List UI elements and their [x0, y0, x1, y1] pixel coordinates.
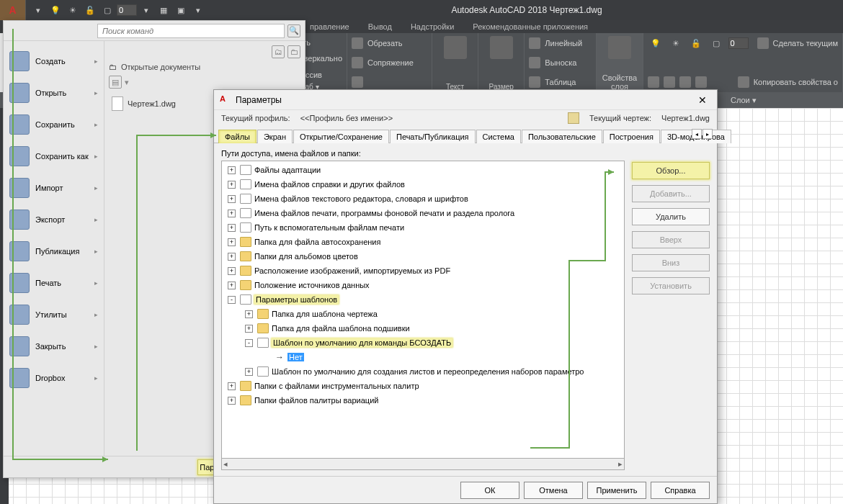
dialog-tab[interactable]: Построения	[603, 130, 660, 143]
tree-node[interactable]: +Папка для шаблона чертежа	[222, 307, 624, 321]
qat-overflow-icon[interactable]: ▾	[190, 2, 206, 18]
expander-icon[interactable]: +	[228, 210, 236, 217]
appmenu-item-8[interactable]: Утилиты▸	[5, 299, 102, 330]
appmenu-item-10[interactable]: Dropbox▸	[5, 362, 102, 394]
appmenu-item-1[interactable]: Открыть▸	[5, 77, 102, 109]
table-icon[interactable]	[529, 76, 540, 88]
close-icon[interactable]: ✕	[694, 91, 711, 109]
lock-icon[interactable]: 🔓	[82, 2, 98, 18]
linear-icon[interactable]	[529, 37, 540, 49]
ribbon-tab[interactable]: правление	[310, 22, 349, 31]
expander-icon[interactable]: -	[228, 296, 236, 304]
lock-icon[interactable]: 🔓	[688, 35, 704, 51]
expander-icon[interactable]: +	[228, 282, 236, 289]
tree-node[interactable]: -Шаблон по умолчанию для команды БСОЗДАТ…	[222, 336, 624, 350]
appmenu-item-6[interactable]: Публикация▸	[5, 235, 102, 267]
bulb-icon[interactable]: 💡	[48, 2, 63, 18]
side-button[interactable]: Обзор...	[632, 162, 710, 179]
sun-icon[interactable]: ☀	[668, 35, 684, 51]
trim-icon[interactable]	[352, 37, 363, 49]
expander-icon[interactable]: +	[245, 368, 253, 376]
expander-icon[interactable]: +	[228, 397, 236, 405]
tree-node[interactable]: +Положение источников данных	[222, 278, 624, 292]
make-current-icon[interactable]	[757, 37, 769, 49]
ribbon-tab[interactable]: Вывод	[368, 22, 392, 31]
expander-icon[interactable]: -	[245, 339, 253, 347]
tree-node[interactable]: +Папка для файла автосохранения	[222, 235, 624, 249]
side-button[interactable]: Добавить...	[632, 185, 710, 202]
layer-name-input[interactable]	[117, 4, 137, 16]
appmenu-item-9[interactable]: Закрыть▸	[5, 330, 102, 362]
ribbon-tab[interactable]: Рекомендованные приложения	[473, 22, 588, 31]
tree-node[interactable]: +Имена файлов текстового редактора, слов…	[222, 192, 624, 206]
layers-panel-caption[interactable]: Слои ▾	[731, 96, 757, 105]
menu-dropdown-icon[interactable]: ▾	[30, 2, 46, 18]
side-button[interactable]: Вниз	[632, 254, 710, 271]
tree-node[interactable]: +Имена файлов справки и других файлов	[222, 177, 624, 192]
side-button[interactable]: Вверх	[632, 231, 710, 248]
appmenu-item-5[interactable]: Экспорт▸	[5, 204, 102, 235]
layer-tool-icon[interactable]	[695, 76, 707, 88]
appmenu-item-0[interactable]: Создать▸	[5, 45, 102, 77]
expander-icon[interactable]: +	[245, 310, 253, 318]
dialog-tab[interactable]: Пользовательские	[522, 130, 602, 143]
tree-node[interactable]: +Расположение изображений, импортируемых…	[222, 264, 624, 278]
dropdown-icon[interactable]: ▾	[125, 78, 129, 87]
leader-icon[interactable]	[529, 57, 540, 68]
qat-dropdown-icon[interactable]: ▾	[138, 2, 154, 18]
tree-node[interactable]: +Шаблон по умолчанию для создания листов…	[222, 364, 624, 379]
view-mode-icon[interactable]: ▤	[109, 76, 122, 89]
dialog-footer-button[interactable]: Применить	[587, 482, 646, 499]
dialog-tab[interactable]: Система	[476, 130, 521, 143]
layer-tool-icon[interactable]	[679, 76, 691, 88]
side-button[interactable]: Установить	[632, 277, 710, 294]
expander-icon[interactable]: +	[228, 181, 236, 189]
tree-node[interactable]: +Папки с файлами инструментальных палитр	[222, 379, 624, 393]
expander-icon[interactable]: +	[228, 382, 236, 390]
appmenu-item-2[interactable]: Сохранить▸	[5, 109, 102, 140]
expander-icon[interactable]: +	[245, 325, 253, 333]
dialog-footer-button[interactable]: Отмена	[524, 482, 583, 499]
tree-node[interactable]: +Папки для альбомов цветов	[222, 249, 624, 264]
tree-node[interactable]: +Папка для файла шаблона подшивки	[222, 321, 624, 336]
sun-icon[interactable]: ☀	[65, 2, 81, 18]
layer-tool-icon[interactable]	[648, 76, 659, 88]
color-swatch-icon[interactable]: ▢	[99, 2, 115, 18]
tree-hscrollbar[interactable]: ◂▸	[221, 459, 625, 470]
expander-icon[interactable]: +	[228, 166, 236, 174]
app-logo[interactable]: A	[0, 0, 26, 20]
text-icon[interactable]	[444, 36, 467, 59]
tree-node[interactable]: →Нет	[222, 350, 624, 364]
bulb-icon[interactable]: 💡	[648, 35, 664, 51]
tree-node[interactable]: -Параметры шаблонов	[222, 292, 624, 307]
dialog-tab[interactable]: Печать/Публикация	[390, 130, 476, 143]
command-search-input[interactable]	[97, 24, 285, 38]
tool-icon[interactable]	[352, 76, 363, 88]
dialog-tab[interactable]: Файлы	[218, 130, 257, 143]
dimension-icon[interactable]	[490, 36, 513, 59]
appmenu-item-4[interactable]: Импорт▸	[5, 172, 102, 204]
expander-icon[interactable]: +	[228, 195, 236, 203]
tabs-scroll-right-icon[interactable]: ▸	[702, 129, 713, 139]
window-icon[interactable]: ▣	[173, 2, 189, 18]
open-docs-icon[interactable]: 🗀	[287, 45, 300, 58]
appmenu-item-3[interactable]: Сохранить как▸	[5, 140, 102, 172]
expander-icon[interactable]: +	[228, 267, 236, 275]
dialog-footer-button[interactable]: ОК	[460, 482, 519, 499]
search-icon[interactable]: 🔍	[287, 24, 300, 37]
fillet-icon[interactable]	[352, 57, 363, 68]
paths-tree[interactable]: +Файлы адаптации+Имена файлов справки и …	[221, 161, 625, 459]
tree-node[interactable]: +Путь к вспомогательным файлам печати	[222, 220, 624, 235]
expander-icon[interactable]: +	[228, 253, 236, 261]
layer-field[interactable]	[728, 37, 749, 49]
grid-icon[interactable]: ▦	[156, 2, 171, 18]
color-swatch-icon[interactable]: ▢	[708, 35, 724, 51]
dialog-footer-button[interactable]: Справка	[651, 482, 710, 499]
ribbon-tab[interactable]: Надстройки	[411, 22, 454, 31]
dialog-tab[interactable]: Экран	[257, 130, 293, 143]
layer-props-icon[interactable]	[608, 36, 631, 59]
match-props-icon[interactable]	[738, 76, 749, 88]
tree-node[interactable]: +Папки файлов палитры вариаций	[222, 393, 624, 408]
expander-icon[interactable]: +	[228, 224, 236, 232]
recent-icon[interactable]: 🗂	[272, 45, 285, 58]
